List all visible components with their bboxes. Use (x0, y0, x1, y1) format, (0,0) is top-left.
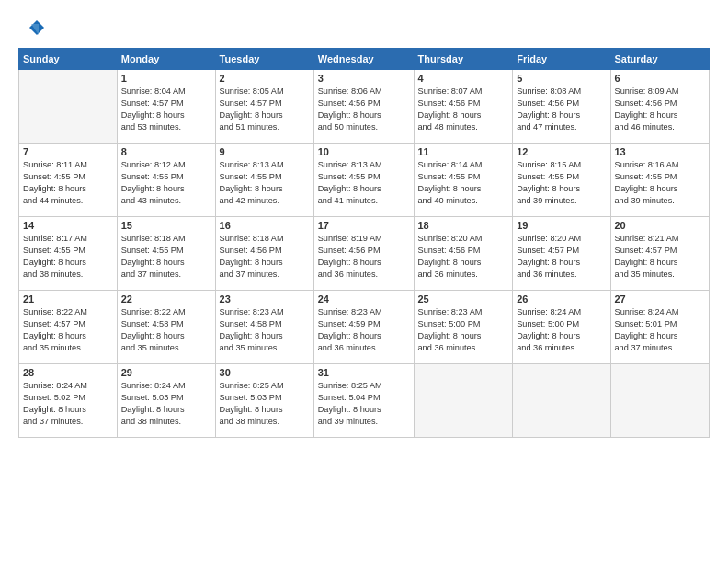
calendar-cell: 7Sunrise: 8:11 AM Sunset: 4:55 PM Daylig… (19, 144, 118, 217)
day-info: Sunrise: 8:06 AM Sunset: 4:56 PM Dayligh… (318, 86, 410, 133)
calendar-cell: 20Sunrise: 8:21 AM Sunset: 4:57 PM Dayli… (610, 217, 710, 291)
calendar-header-monday: Monday (117, 49, 215, 70)
calendar-cell: 26Sunrise: 8:24 AM Sunset: 5:00 PM Dayli… (513, 291, 610, 364)
day-number: 12 (517, 146, 606, 157)
calendar-cell: 30Sunrise: 8:25 AM Sunset: 5:03 PM Dayli… (215, 364, 313, 438)
day-number: 31 (318, 367, 410, 378)
day-number: 17 (318, 220, 410, 231)
calendar-week-4: 28Sunrise: 8:24 AM Sunset: 5:02 PM Dayli… (19, 364, 710, 438)
day-info: Sunrise: 8:07 AM Sunset: 4:56 PM Dayligh… (418, 86, 509, 133)
day-number: 20 (615, 220, 706, 231)
calendar-cell: 14Sunrise: 8:17 AM Sunset: 4:55 PM Dayli… (19, 217, 118, 291)
day-number: 3 (318, 73, 410, 84)
calendar-cell: 25Sunrise: 8:23 AM Sunset: 5:00 PM Dayli… (414, 291, 513, 364)
calendar-week-3: 21Sunrise: 8:22 AM Sunset: 4:57 PM Dayli… (19, 291, 710, 364)
day-number: 1 (121, 73, 211, 84)
day-info: Sunrise: 8:21 AM Sunset: 4:57 PM Dayligh… (615, 233, 706, 281)
logo-icon (18, 17, 44, 42)
day-info: Sunrise: 8:22 AM Sunset: 4:58 PM Dayligh… (121, 306, 211, 354)
calendar-cell: 3Sunrise: 8:06 AM Sunset: 4:56 PM Daylig… (313, 70, 414, 144)
day-info: Sunrise: 8:25 AM Sunset: 5:04 PM Dayligh… (318, 380, 410, 428)
day-number: 15 (121, 220, 211, 231)
calendar-cell: 31Sunrise: 8:25 AM Sunset: 5:04 PM Dayli… (313, 364, 414, 438)
day-number: 22 (121, 293, 211, 304)
day-number: 6 (615, 73, 706, 84)
calendar-cell: 15Sunrise: 8:18 AM Sunset: 4:55 PM Dayli… (117, 217, 215, 291)
day-info: Sunrise: 8:25 AM Sunset: 5:03 PM Dayligh… (220, 380, 310, 428)
calendar-cell: 11Sunrise: 8:14 AM Sunset: 4:55 PM Dayli… (414, 144, 513, 217)
calendar-cell: 27Sunrise: 8:24 AM Sunset: 5:01 PM Dayli… (610, 291, 710, 364)
day-number: 24 (318, 293, 410, 304)
day-info: Sunrise: 8:24 AM Sunset: 5:02 PM Dayligh… (23, 380, 113, 428)
calendar-cell: 10Sunrise: 8:13 AM Sunset: 4:55 PM Dayli… (313, 144, 414, 217)
calendar-cell (610, 364, 710, 438)
day-number: 4 (418, 73, 509, 84)
calendar-header-saturday: Saturday (610, 49, 710, 70)
day-number: 10 (318, 146, 410, 157)
calendar-header-friday: Friday (513, 49, 610, 70)
day-info: Sunrise: 8:13 AM Sunset: 4:55 PM Dayligh… (220, 159, 310, 207)
calendar-cell: 22Sunrise: 8:22 AM Sunset: 4:58 PM Dayli… (117, 291, 215, 364)
calendar-cell (513, 364, 610, 438)
day-info: Sunrise: 8:18 AM Sunset: 4:56 PM Dayligh… (220, 233, 310, 281)
day-info: Sunrise: 8:11 AM Sunset: 4:55 PM Dayligh… (23, 159, 113, 207)
day-info: Sunrise: 8:09 AM Sunset: 4:56 PM Dayligh… (615, 86, 706, 133)
calendar-cell: 2Sunrise: 8:05 AM Sunset: 4:57 PM Daylig… (215, 70, 313, 144)
day-number: 25 (418, 293, 509, 304)
calendar-cell: 5Sunrise: 8:08 AM Sunset: 4:56 PM Daylig… (513, 70, 610, 144)
calendar-cell: 29Sunrise: 8:24 AM Sunset: 5:03 PM Dayli… (117, 364, 215, 438)
logo (18, 17, 48, 42)
day-number: 5 (517, 73, 606, 84)
day-number: 23 (220, 293, 310, 304)
day-number: 11 (418, 146, 509, 157)
day-number: 16 (220, 220, 310, 231)
day-number: 28 (23, 367, 113, 378)
header (18, 17, 710, 42)
day-info: Sunrise: 8:24 AM Sunset: 5:01 PM Dayligh… (615, 306, 706, 354)
day-info: Sunrise: 8:08 AM Sunset: 4:56 PM Dayligh… (517, 86, 606, 133)
calendar-cell: 16Sunrise: 8:18 AM Sunset: 4:56 PM Dayli… (215, 217, 313, 291)
day-number: 13 (615, 146, 706, 157)
calendar-cell: 12Sunrise: 8:15 AM Sunset: 4:55 PM Dayli… (513, 144, 610, 217)
calendar-cell: 1Sunrise: 8:04 AM Sunset: 4:57 PM Daylig… (117, 70, 215, 144)
calendar-week-0: 1Sunrise: 8:04 AM Sunset: 4:57 PM Daylig… (19, 70, 710, 144)
calendar-cell: 9Sunrise: 8:13 AM Sunset: 4:55 PM Daylig… (215, 144, 313, 217)
day-number: 9 (220, 146, 310, 157)
calendar-cell: 23Sunrise: 8:23 AM Sunset: 4:58 PM Dayli… (215, 291, 313, 364)
day-info: Sunrise: 8:23 AM Sunset: 4:59 PM Dayligh… (318, 306, 410, 354)
calendar-table: SundayMondayTuesdayWednesdayThursdayFrid… (18, 48, 710, 438)
day-number: 2 (220, 73, 310, 84)
day-number: 27 (615, 293, 706, 304)
calendar-cell (19, 70, 118, 144)
day-number: 26 (517, 293, 606, 304)
calendar-header-tuesday: Tuesday (215, 49, 313, 70)
day-info: Sunrise: 8:24 AM Sunset: 5:03 PM Dayligh… (121, 380, 211, 428)
day-info: Sunrise: 8:04 AM Sunset: 4:57 PM Dayligh… (121, 86, 211, 133)
day-info: Sunrise: 8:18 AM Sunset: 4:55 PM Dayligh… (121, 233, 211, 281)
calendar-cell: 4Sunrise: 8:07 AM Sunset: 4:56 PM Daylig… (414, 70, 513, 144)
calendar-cell: 24Sunrise: 8:23 AM Sunset: 4:59 PM Dayli… (313, 291, 414, 364)
day-info: Sunrise: 8:22 AM Sunset: 4:57 PM Dayligh… (23, 306, 113, 354)
calendar-cell: 19Sunrise: 8:20 AM Sunset: 4:57 PM Dayli… (513, 217, 610, 291)
day-info: Sunrise: 8:13 AM Sunset: 4:55 PM Dayligh… (318, 159, 410, 207)
day-number: 14 (23, 220, 113, 231)
day-number: 7 (23, 146, 113, 157)
day-number: 30 (220, 367, 310, 378)
day-info: Sunrise: 8:24 AM Sunset: 5:00 PM Dayligh… (517, 306, 606, 354)
day-info: Sunrise: 8:23 AM Sunset: 5:00 PM Dayligh… (418, 306, 509, 354)
day-info: Sunrise: 8:20 AM Sunset: 4:56 PM Dayligh… (418, 233, 509, 281)
calendar-cell: 28Sunrise: 8:24 AM Sunset: 5:02 PM Dayli… (19, 364, 118, 438)
day-info: Sunrise: 8:16 AM Sunset: 4:55 PM Dayligh… (615, 159, 706, 207)
calendar-week-2: 14Sunrise: 8:17 AM Sunset: 4:55 PM Dayli… (19, 217, 710, 291)
calendar-week-1: 7Sunrise: 8:11 AM Sunset: 4:55 PM Daylig… (19, 144, 710, 217)
page: SundayMondayTuesdayWednesdayThursdayFrid… (0, 0, 728, 563)
day-number: 8 (121, 146, 211, 157)
day-number: 18 (418, 220, 509, 231)
calendar-header-thursday: Thursday (414, 49, 513, 70)
calendar-header-row: SundayMondayTuesdayWednesdayThursdayFrid… (19, 49, 710, 70)
day-number: 29 (121, 367, 211, 378)
day-info: Sunrise: 8:05 AM Sunset: 4:57 PM Dayligh… (220, 86, 310, 133)
day-info: Sunrise: 8:17 AM Sunset: 4:55 PM Dayligh… (23, 233, 113, 281)
calendar-header-sunday: Sunday (19, 49, 118, 70)
calendar-cell: 17Sunrise: 8:19 AM Sunset: 4:56 PM Dayli… (313, 217, 414, 291)
